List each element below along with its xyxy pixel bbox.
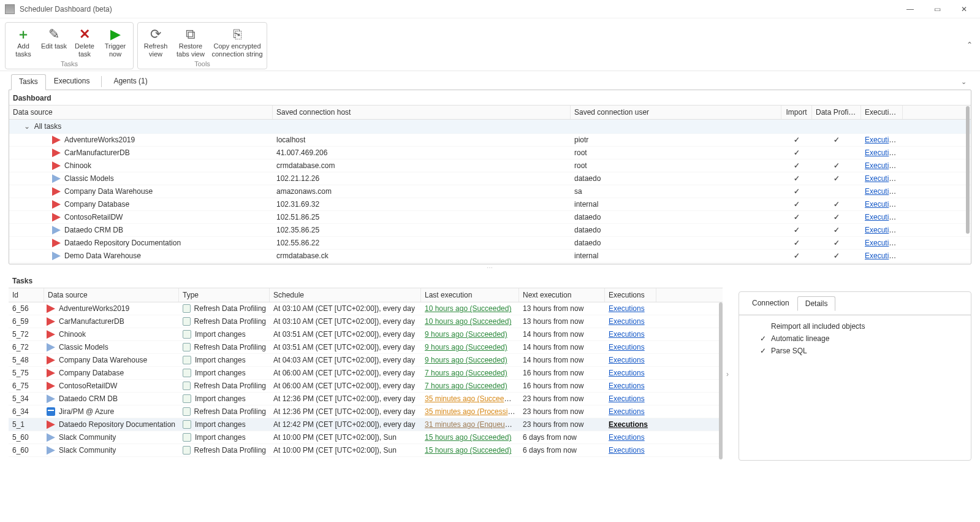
tasks-row[interactable]: 5_34Dataedo CRM DBImport changesAt 12:36… (9, 393, 723, 405)
executions-link[interactable]: Executions (609, 394, 645, 403)
tab-executions[interactable]: Executions (46, 74, 98, 90)
executions-link[interactable]: Executions (865, 148, 901, 157)
col-next-execution[interactable]: Next execution (519, 288, 605, 302)
dashboard-row[interactable]: Dataedo CRM DB102.35.86.25dataedo✓✓Execu… (9, 224, 971, 237)
tasks-row[interactable]: 5_60Slack CommunityImport changesAt 10:0… (9, 431, 723, 444)
executions-link[interactable]: Executions (609, 343, 645, 351)
ds-host: localhost (273, 133, 571, 147)
tasks-row[interactable]: 6_34Jira/PM @ AzureRefresh Data Profilin… (9, 405, 723, 418)
task-last-execution[interactable]: 9 hours ago (Succeeded) (425, 356, 507, 364)
tasks-row[interactable]: 6_56AdventureWorks2019Refresh Data Profi… (9, 302, 723, 315)
tasks-row[interactable]: 6_59CarManufacturerDBRefresh Data Profil… (9, 315, 723, 328)
executions-link[interactable]: Executions (865, 187, 901, 196)
check-reimport[interactable]: Reimport all included objects (744, 320, 966, 332)
executions-link[interactable]: Executions (865, 161, 901, 170)
subtabs-dropdown[interactable]: ⌄ (961, 78, 969, 86)
maximize-button[interactable]: ▭ (924, 1, 951, 18)
task-last-execution[interactable]: 9 hours ago (Succeeded) (425, 343, 507, 351)
tasks-row[interactable]: 5_48Company Data WarehouseImport changes… (9, 354, 723, 367)
task-last-execution[interactable]: 15 hours ago (Succeeded) (425, 433, 511, 442)
minimize-button[interactable]: — (897, 1, 924, 18)
tasks-row[interactable]: 6_72Classic ModelsRefresh Data Profiling… (9, 341, 723, 354)
restore-tabs-button[interactable]: ⧉ Restore tabs view (171, 25, 210, 59)
executions-link[interactable]: Executions (609, 330, 645, 339)
executions-link[interactable]: Executions (865, 239, 901, 247)
dashboard-row[interactable]: Chinookcrmdatabase.comroot✓✓Executions (9, 159, 971, 172)
task-last-execution[interactable]: 10 hours ago (Succeeded) (425, 304, 511, 313)
dashboard-row[interactable]: AdventureWorks2019localhostpiotr✓✓Execut… (9, 134, 971, 147)
task-last-execution[interactable]: 7 hours ago (Succeeded) (425, 382, 507, 390)
task-last-execution[interactable]: 15 hours ago (Succeeded) (425, 446, 511, 455)
col-data-source[interactable]: Data source (9, 106, 273, 119)
col-executions[interactable]: Executions (861, 106, 903, 119)
tab-agents[interactable]: Agents (1) (105, 74, 155, 90)
task-last-execution[interactable]: 10 hours ago (Succeeded) (425, 317, 511, 326)
col-type[interactable]: Type (179, 288, 270, 302)
col-data-profiling[interactable]: Data Profiling (812, 106, 861, 119)
executions-link[interactable]: Executions (609, 382, 645, 390)
dashboard-scrollbar[interactable] (966, 106, 970, 234)
tasks-row[interactable]: 6_60Slack CommunityRefresh Data Profilin… (9, 444, 723, 457)
col-executions-2[interactable]: Executions (605, 288, 656, 302)
details-tab-details[interactable]: Details (797, 296, 836, 311)
task-last-execution[interactable]: 9 hours ago (Succeeded) (425, 330, 507, 339)
close-button[interactable]: ✕ (951, 1, 978, 18)
executions-link[interactable]: Executions (609, 304, 645, 313)
col-last-execution[interactable]: Last execution (421, 288, 519, 302)
executions-link[interactable]: Executions (609, 407, 645, 416)
edit-task-button[interactable]: ✎ Edit task (39, 25, 69, 59)
task-last-execution[interactable]: 35 minutes ago (Succeeded) (425, 394, 518, 403)
datasource-icon (47, 356, 55, 364)
ds-host: 102.21.12.26 (273, 172, 571, 185)
tab-tasks[interactable]: Tasks (11, 74, 46, 90)
col-id[interactable]: Id (9, 288, 44, 302)
task-last-execution[interactable]: 31 minutes ago (Enqueued) (425, 420, 515, 429)
ds-user: sa (571, 185, 781, 198)
dashboard-row[interactable]: Company Database102.31.69.32internal✓✓Ex… (9, 198, 971, 211)
add-tasks-button[interactable]: ＋ Add tasks (8, 25, 39, 59)
delete-task-button[interactable]: ✕ Delete task (69, 25, 100, 59)
col-user[interactable]: Saved connection user (571, 106, 781, 119)
horizontal-splitter[interactable]: ⋯ (0, 264, 980, 273)
executions-link[interactable]: Executions (865, 200, 901, 209)
col-import[interactable]: Import (781, 106, 812, 119)
executions-link[interactable]: Executions (609, 317, 645, 326)
ribbon-collapse-button[interactable]: ⌃ (967, 40, 973, 49)
task-last-execution[interactable]: 7 hours ago (Succeeded) (425, 369, 507, 377)
tasks-scrollbar[interactable] (719, 302, 723, 459)
executions-link[interactable]: Executions (865, 226, 901, 234)
check-auto-lineage[interactable]: ✓ Automatic lineage (744, 332, 966, 345)
tasks-row[interactable]: 5_72ChinookImport changesAt 03:51 AM (CE… (9, 328, 723, 341)
executions-link[interactable]: Executions (865, 213, 901, 221)
checkbox-empty-icon (759, 322, 767, 331)
ds-name: Classic Models (64, 174, 114, 183)
executions-link[interactable]: Executions (609, 433, 645, 442)
dashboard-row[interactable]: ContosoRetailDW102.51.86.25dataedo✓✓Exec… (9, 211, 971, 224)
task-last-execution[interactable]: 35 minutes ago (Processing) (425, 407, 518, 416)
all-tasks-row[interactable]: ⌄ All tasks (9, 120, 971, 134)
executions-link[interactable]: Executions (865, 174, 901, 183)
refresh-view-button[interactable]: ⟳ Refresh view (140, 25, 171, 59)
executions-link[interactable]: Executions (609, 420, 648, 429)
executions-link[interactable]: Executions (609, 369, 645, 377)
tasks-row[interactable]: 5_75Company DatabaseImport changesAt 06:… (9, 367, 723, 380)
dashboard-row[interactable]: Classic Models102.21.12.26dataedo✓✓Execu… (9, 172, 971, 185)
dashboard-row[interactable]: Dataedo Repository Documentation102.55.8… (9, 237, 971, 250)
tasks-row[interactable]: 6_75ContosoRetailDWRefresh Data Profilin… (9, 380, 723, 393)
check-parse-sql[interactable]: ✓ Parse SQL (744, 345, 966, 357)
dashboard-row[interactable]: Company Data Warehouseamazonaws.comsa✓Ex… (9, 185, 971, 198)
col-host[interactable]: Saved connection host (273, 106, 571, 119)
executions-link[interactable]: Executions (865, 251, 901, 260)
trigger-now-button[interactable]: ▶ Trigger now (100, 25, 131, 59)
details-expand-handle[interactable]: › (723, 288, 732, 461)
executions-link[interactable]: Executions (865, 136, 901, 144)
executions-link[interactable]: Executions (609, 356, 645, 364)
tasks-row[interactable]: 5_1Dataedo Repository DocumentationImpor… (9, 418, 723, 431)
details-tab-connection[interactable]: Connection (744, 296, 797, 310)
executions-link[interactable]: Executions (609, 446, 645, 455)
dashboard-row[interactable]: Demo Data Warehousecrmdatabase.ckinterna… (9, 250, 971, 263)
copy-connection-button[interactable]: ⎘ Copy encrypted connection string (210, 25, 264, 59)
dashboard-row[interactable]: CarManufacturerDB41.007.469.206root✓Exec… (9, 147, 971, 159)
col-data-source-2[interactable]: Data source (44, 288, 179, 302)
col-schedule[interactable]: Schedule (270, 288, 421, 302)
